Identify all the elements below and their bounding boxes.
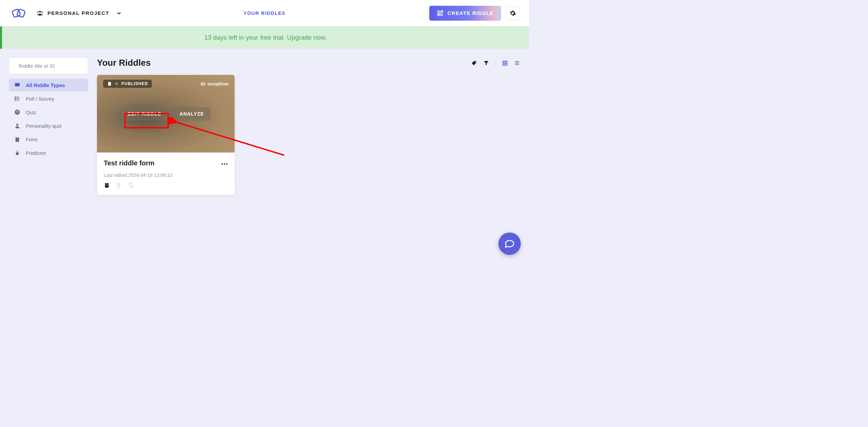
content-area: Your Riddles bbox=[97, 58, 520, 195]
search-icon bbox=[14, 62, 15, 69]
search-box[interactable] bbox=[9, 58, 88, 74]
sync-icon bbox=[128, 182, 134, 188]
status-badge: PUBLISHED bbox=[103, 80, 152, 88]
svg-rect-17 bbox=[17, 137, 18, 138]
analyze-button[interactable]: ANALYZE bbox=[173, 107, 211, 121]
create-riddle-label: CREATE RIDDLE bbox=[448, 10, 494, 16]
nav-your-riddles[interactable]: YOUR RIDDLES bbox=[243, 11, 285, 16]
svg-point-19 bbox=[475, 61, 475, 62]
svg-rect-33 bbox=[109, 82, 110, 82]
svg-rect-38 bbox=[106, 183, 108, 184]
svg-rect-24 bbox=[505, 62, 506, 64]
svg-point-10 bbox=[15, 97, 16, 97]
tag-icon bbox=[471, 60, 477, 66]
funnel-icon bbox=[483, 60, 489, 66]
sidebar-item-label: Predictor bbox=[26, 150, 46, 156]
sidebar-item-quiz[interactable]: ? Quiz bbox=[9, 106, 88, 119]
svg-point-34 bbox=[221, 163, 223, 165]
toolbar bbox=[471, 59, 520, 67]
form-type-icon bbox=[104, 182, 110, 188]
card-preview: PUBLISHED ID: mcojlDow EDIT RIDDLE ANALY… bbox=[97, 75, 235, 152]
gear-icon bbox=[509, 10, 516, 17]
svg-rect-22 bbox=[506, 61, 508, 62]
svg-point-15 bbox=[16, 124, 18, 126]
toolbar-divider bbox=[495, 59, 496, 67]
dots-horizontal-icon bbox=[221, 163, 228, 165]
chat-icon bbox=[504, 238, 515, 249]
svg-rect-23 bbox=[502, 62, 504, 64]
edit-icon bbox=[437, 10, 443, 17]
svg-rect-28 bbox=[506, 64, 508, 65]
edit-riddle-button[interactable]: EDIT RIDDLE bbox=[121, 107, 168, 121]
sidebar: All Riddle Types Poll / Survey ? Quiz Pe… bbox=[9, 58, 88, 195]
svg-point-4 bbox=[41, 11, 43, 13]
sidebar-item-all-types[interactable]: All Riddle Types bbox=[9, 79, 88, 92]
status-label: PUBLISHED bbox=[121, 81, 148, 86]
svg-point-11 bbox=[15, 98, 16, 99]
chevron-down-icon bbox=[116, 10, 122, 16]
svg-point-5 bbox=[14, 65, 14, 66]
sidebar-item-label: Form bbox=[26, 137, 38, 142]
question-circle-icon: ? bbox=[14, 109, 20, 115]
sidebar-item-personality[interactable]: Personality quiz bbox=[9, 119, 88, 132]
trial-banner-text[interactable]: 13 days left in your free trial. Upgrade… bbox=[204, 34, 327, 41]
search-input[interactable] bbox=[19, 63, 83, 69]
card-menu-button[interactable] bbox=[221, 160, 228, 166]
status-dot bbox=[115, 82, 118, 85]
settings-button[interactable] bbox=[506, 6, 519, 20]
list-icon bbox=[14, 96, 20, 102]
filter-button[interactable] bbox=[483, 60, 489, 66]
card-title-row: Test riddle form bbox=[104, 159, 228, 167]
header-nav: YOUR RIDDLES bbox=[243, 10, 285, 16]
main-layout: All Riddle Types Poll / Survey ? Quiz Pe… bbox=[0, 49, 529, 204]
tag-filter-button[interactable] bbox=[471, 60, 477, 66]
card-id: ID: mcojlDow bbox=[201, 81, 229, 86]
chat-button[interactable] bbox=[498, 232, 521, 255]
user-icon bbox=[14, 123, 20, 129]
svg-rect-16 bbox=[16, 137, 19, 142]
page-title: Your Riddles bbox=[97, 58, 151, 68]
svg-rect-32 bbox=[108, 82, 111, 86]
sidebar-list: All Riddle Types Poll / Survey ? Quiz Pe… bbox=[9, 79, 88, 159]
sidebar-item-label: Poll / Survey bbox=[26, 96, 54, 102]
sidebar-item-poll[interactable]: Poll / Survey bbox=[9, 92, 88, 105]
create-riddle-button[interactable]: CREATE RIDDLE bbox=[429, 6, 501, 21]
logo-icon bbox=[9, 6, 28, 20]
riddle-card[interactable]: PUBLISHED ID: mcojlDow EDIT RIDDLE ANALY… bbox=[97, 75, 235, 195]
svg-point-36 bbox=[226, 163, 228, 165]
sidebar-item-label: Quiz bbox=[26, 109, 36, 115]
card-footer-icons bbox=[104, 182, 228, 188]
header-right: CREATE RIDDLE bbox=[429, 6, 519, 21]
clipboard-icon bbox=[14, 136, 20, 142]
card-title: Test riddle form bbox=[104, 159, 155, 167]
sidebar-item-predictor[interactable]: Predictor bbox=[9, 146, 88, 159]
svg-rect-25 bbox=[506, 62, 508, 64]
card-body: Test riddle form Last edited 2024-04-16 … bbox=[97, 152, 235, 195]
book-open-icon bbox=[14, 82, 20, 88]
trial-banner: 13 days left in your free trial. Upgrade… bbox=[0, 26, 529, 49]
svg-point-18 bbox=[16, 152, 19, 155]
svg-rect-21 bbox=[505, 61, 506, 62]
svg-rect-27 bbox=[505, 64, 506, 65]
hand-icon bbox=[116, 182, 122, 188]
svg-point-3 bbox=[37, 11, 39, 13]
logo[interactable] bbox=[9, 6, 28, 20]
list-view-button[interactable] bbox=[514, 60, 520, 66]
svg-point-35 bbox=[224, 163, 225, 165]
svg-text:?: ? bbox=[16, 110, 18, 114]
grid-view-button[interactable] bbox=[502, 60, 508, 66]
svg-rect-26 bbox=[502, 64, 504, 65]
clipboard-small-icon bbox=[107, 81, 112, 86]
card-last-edited: Last edited 2024-04-16 13:08:10 bbox=[104, 172, 228, 178]
svg-rect-20 bbox=[502, 61, 504, 62]
app-header: PERSONAL PROJECT YOUR RIDDLES CREATE RID… bbox=[0, 0, 529, 26]
medal-icon bbox=[14, 150, 20, 156]
grid-icon bbox=[502, 60, 508, 66]
project-label: PERSONAL PROJECT bbox=[47, 10, 109, 16]
card-top-row: PUBLISHED ID: mcojlDow bbox=[103, 80, 229, 88]
project-selector[interactable]: PERSONAL PROJECT bbox=[37, 10, 122, 17]
sidebar-item-form[interactable]: Form bbox=[9, 133, 88, 146]
sidebar-item-label: Personality quiz bbox=[26, 123, 62, 129]
svg-point-12 bbox=[15, 100, 16, 100]
svg-point-2 bbox=[39, 11, 41, 12]
